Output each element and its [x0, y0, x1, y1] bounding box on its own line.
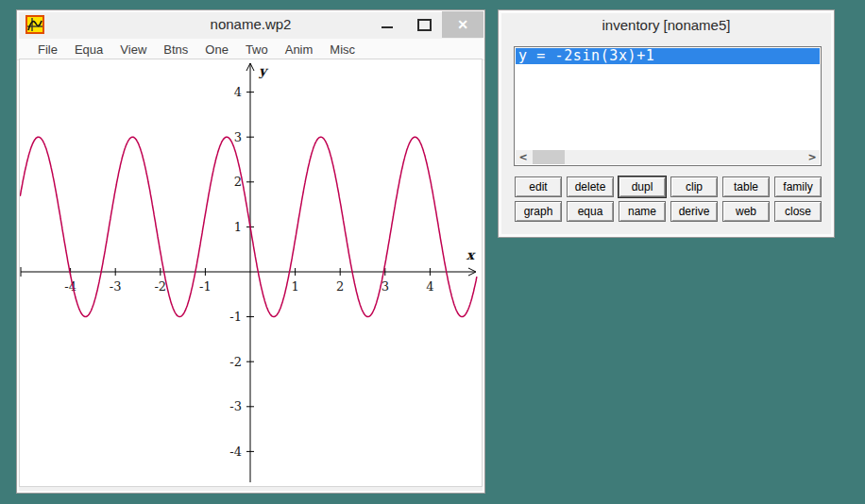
delete-button[interactable]: delete: [567, 176, 614, 197]
x-tick-label: 2: [336, 279, 344, 294]
clip-button[interactable]: clip: [670, 176, 718, 197]
inventory-window: inventory [noname5] y = -2sin(3x)+1 < > …: [498, 9, 835, 238]
close-icon: ✕: [457, 17, 468, 32]
menu-item-anim[interactable]: Anim: [277, 42, 322, 57]
maximize-button[interactable]: [406, 11, 442, 38]
scroll-right-arrow-icon[interactable]: >: [805, 150, 820, 164]
x-tick-label: 4: [426, 279, 433, 294]
y-tick-label: -1: [229, 310, 242, 324]
scroll-left-arrow-icon[interactable]: <: [516, 150, 531, 164]
y-tick-label: -3: [229, 399, 242, 413]
graph-button[interactable]: graph: [515, 201, 562, 222]
winplot-graph-window: noname.wp2 ✕ FileEquaViewBtnsOneTwoAnimM…: [16, 9, 485, 494]
maximize-icon: [417, 19, 432, 31]
main-titlebar[interactable]: noname.wp2 ✕: [17, 10, 484, 39]
web-button[interactable]: web: [722, 201, 770, 222]
name-button[interactable]: name: [619, 201, 666, 222]
inventory-buttons-row-2: graphequanamederivewebclose: [515, 201, 822, 222]
menu-bar: FileEquaViewBtnsOneTwoAnimMisc: [17, 39, 484, 60]
scrollbar-track[interactable]: [531, 150, 805, 164]
y-tick-label: 4: [234, 85, 242, 99]
derive-button[interactable]: derive: [670, 201, 718, 222]
y-tick-label: 3: [234, 130, 242, 144]
y-tick-label: 2: [234, 175, 242, 189]
x-tick-label: -1: [199, 279, 212, 294]
menu-item-one[interactable]: One: [196, 42, 237, 57]
minimize-button[interactable]: [368, 11, 406, 38]
x-axis-label: x: [466, 247, 476, 262]
x-tick-label: -3: [110, 279, 122, 294]
dupl-button[interactable]: dupl: [619, 176, 666, 197]
equation-list-item[interactable]: y = -2sin(3x)+1: [516, 48, 820, 64]
x-tick-label: -2: [154, 279, 166, 294]
y-axis-label: y: [258, 63, 269, 79]
family-button[interactable]: family: [774, 176, 822, 197]
menu-item-two[interactable]: Two: [237, 42, 277, 57]
menu-item-equa[interactable]: Equa: [66, 42, 111, 57]
y-tick-label: 1: [234, 220, 242, 234]
x-tick-label: 1: [291, 279, 298, 294]
close-button[interactable]: ✕: [442, 11, 483, 38]
horizontal-scrollbar[interactable]: < >: [516, 150, 820, 164]
table-button[interactable]: table: [722, 176, 770, 197]
menu-item-view[interactable]: View: [111, 42, 155, 57]
minimize-icon: [382, 26, 393, 28]
inventory-window-title: inventory [noname5]: [499, 10, 834, 41]
edit-button[interactable]: edit: [515, 176, 562, 197]
menu-item-file[interactable]: File: [29, 42, 66, 57]
menu-item-btns[interactable]: Btns: [155, 42, 196, 57]
y-tick-label: -4: [229, 445, 242, 459]
inventory-buttons-row-1: editdeleteduplcliptablefamily: [515, 176, 822, 197]
scrollbar-thumb[interactable]: [533, 150, 565, 164]
menu-item-misc[interactable]: Misc: [321, 42, 364, 57]
function-plot: xy-4-3-2-11234-4-3-2-11234: [20, 59, 482, 486]
graph-canvas[interactable]: xy-4-3-2-11234-4-3-2-11234: [20, 59, 482, 486]
close-button[interactable]: close: [774, 201, 822, 222]
y-tick-label: -2: [229, 355, 242, 369]
equation-listbox[interactable]: y = -2sin(3x)+1 < >: [514, 46, 822, 166]
equa-button[interactable]: equa: [567, 201, 614, 222]
